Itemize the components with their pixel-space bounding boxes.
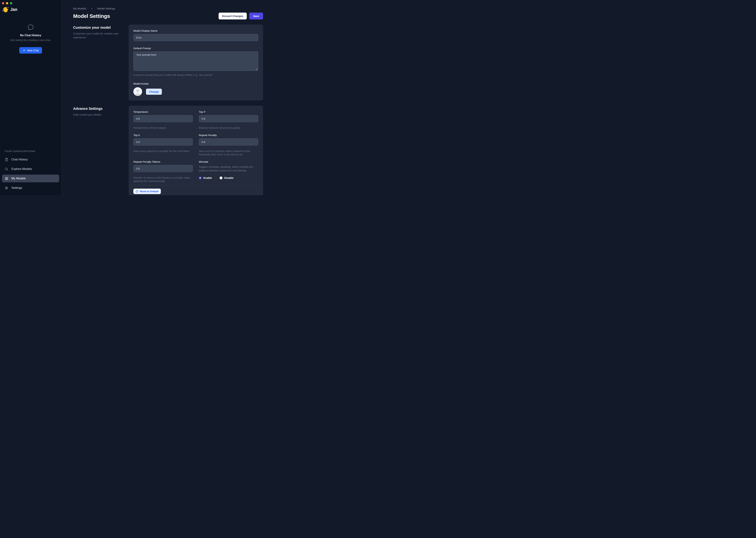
mirostat-label: Mirostat: [199, 160, 258, 163]
breadcrumb-my-models[interactable]: My Models: [73, 7, 86, 10]
gear-icon: ⚙: [5, 186, 8, 190]
top-k-label: Top K: [133, 134, 193, 136]
temperature-input[interactable]: [133, 115, 193, 122]
repeat-penalty-tokens-helper: Number of tokens in the history to consi…: [133, 176, 193, 183]
advance-settings-section: Advance Settings Fully control your Mode…: [73, 106, 263, 195]
top-p-label: Top P: [199, 111, 258, 113]
sidebar-item-label: Chat History: [11, 158, 28, 161]
mirostat-disable-radio[interactable]: Disable: [220, 176, 233, 179]
customize-subtitle: Customize your model for a better user e…: [73, 32, 121, 39]
mirostat-field: Mirostat Toggles mirostats sampling, whi…: [199, 160, 258, 183]
breadcrumb: My Models Model Settings: [73, 7, 263, 10]
display-name-label: Model Display Name: [133, 29, 258, 32]
app-logo: Jan: [2, 6, 61, 13]
clipboard-icon: [5, 158, 8, 161]
advance-settings-card: Temperature Randomness of text outputs T…: [129, 106, 263, 195]
discard-changes-button[interactable]: Discard Changes: [218, 13, 247, 20]
close-window-button[interactable]: [2, 2, 4, 4]
minimize-window-button[interactable]: [6, 2, 8, 4]
repeat-penalty-tokens-input[interactable]: [133, 165, 193, 172]
chevron-right-icon: [90, 7, 93, 10]
sidebar-item-explore-models[interactable]: Explore Models: [2, 165, 59, 173]
advance-heading: Advance Settings: [73, 107, 121, 111]
repeat-penalty-tokens-field: Repeat Penalty Tokens Number of tokens i…: [133, 160, 193, 183]
sidebar-item-label: Settings: [11, 186, 22, 190]
brand-name: Jan: [10, 7, 17, 12]
chat-empty-state: No Chat History Get started by creating …: [0, 24, 61, 54]
grid-icon: [5, 177, 8, 181]
repeat-penalty-tokens-label: Repeat Penalty Tokens: [133, 160, 193, 163]
app-window: Jan No Chat History Get started by creat…: [0, 0, 274, 195]
customize-card: Model Display Name Default Prompt Your p…: [129, 25, 263, 100]
reset-label: Reset to Default: [140, 190, 159, 193]
window-controls: [2, 2, 12, 4]
model-avatar-image: [133, 87, 142, 96]
sidebar-section-header: YOUR CONFIGURATIONS: [5, 150, 59, 152]
temperature-field: Temperature Randomness of text outputs: [133, 111, 193, 130]
default-prompt-helper: A system prompt that your model will alw…: [133, 73, 258, 77]
default-prompt-label: Default Prompt: [133, 47, 258, 50]
sidebar-item-my-models[interactable]: My Models: [2, 175, 59, 182]
sidebar-item-settings[interactable]: ⚙ Settings: [2, 184, 59, 192]
sidebar-item-label: Explore Models: [11, 167, 32, 171]
temperature-helper: Randomness of text outputs: [133, 126, 193, 130]
search-icon: [5, 167, 8, 171]
main-content: My Models Model Settings Model Settings …: [62, 0, 274, 195]
top-k-helper: How many options to consider for the nex…: [133, 149, 193, 153]
top-p-field: Top P Balance between diversity & qualit…: [199, 111, 258, 130]
repeat-penalty-helper: How much to penalize tokens based on how…: [199, 149, 258, 156]
customize-heading: Customize your model: [73, 26, 121, 29]
model-avatar-label: Model Avatar: [133, 82, 258, 85]
page-title: Model Settings: [73, 13, 110, 19]
header-actions: Discard Changes Save: [218, 13, 263, 20]
customize-section: Customize your model Customize your mode…: [73, 25, 263, 100]
repeat-penalty-field: Repeat Penalty How much to penalize toke…: [199, 134, 258, 156]
display-name-input[interactable]: [133, 34, 258, 41]
mirostat-description: Toggles mirostats sampling, which contro…: [199, 165, 258, 172]
top-p-input[interactable]: [199, 115, 258, 122]
plus-icon: [23, 49, 25, 52]
sidebar: Jan No Chat History Get started by creat…: [0, 0, 62, 195]
chat-bubble-icon: [4, 24, 57, 31]
top-k-input[interactable]: [133, 138, 193, 145]
new-chat-label: New Chat: [27, 49, 39, 52]
waving-hand-icon: [2, 6, 9, 13]
temperature-label: Temperature: [133, 111, 193, 113]
repeat-penalty-label: Repeat Penalty: [199, 134, 258, 136]
sidebar-item-label: My Models: [11, 177, 26, 180]
sidebar-nav: YOUR CONFIGURATIONS Chat History: [0, 150, 61, 195]
default-prompt-textarea[interactable]: Your prompt here: [133, 51, 258, 71]
top-k-field: Top K How many options to consider for t…: [133, 134, 193, 156]
reset-to-default-button[interactable]: Reset to Default: [133, 188, 161, 194]
top-p-helper: Balance between diversity & quality: [199, 126, 258, 130]
radio-unselected-icon: [220, 177, 222, 179]
radio-selected-icon: [199, 177, 202, 179]
change-avatar-button[interactable]: Change: [146, 88, 162, 95]
breadcrumb-model-settings: Model Settings: [97, 7, 115, 10]
advance-subtitle: Fully control your Model: [73, 113, 121, 117]
repeat-penalty-input[interactable]: [199, 138, 258, 145]
empty-state-subtitle: Get started by creating a new chat.: [4, 38, 57, 41]
empty-state-title: No Chat History: [4, 34, 57, 37]
maximize-window-button[interactable]: [10, 2, 12, 4]
refresh-icon: [136, 190, 138, 193]
sidebar-item-chat-history[interactable]: Chat History: [2, 156, 59, 163]
save-button[interactable]: Save: [249, 13, 263, 20]
mirostat-enable-radio[interactable]: Enable: [199, 176, 212, 179]
new-chat-button[interactable]: New Chat: [19, 47, 42, 54]
